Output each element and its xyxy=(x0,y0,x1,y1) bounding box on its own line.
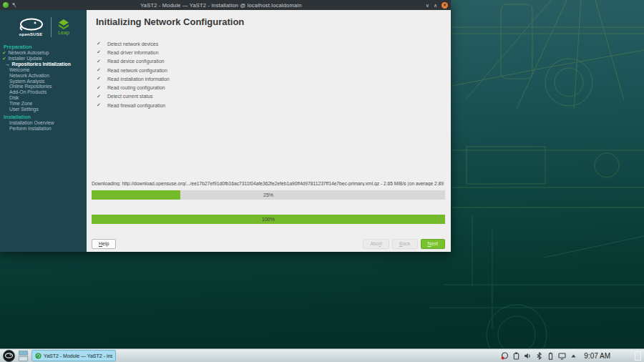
check-icon: ✓ xyxy=(97,85,101,91)
check-icon: ✓ xyxy=(97,67,101,73)
titlebar: YaST2 - Module — YaST2 - installation @ … xyxy=(0,0,451,10)
step-add-on-products: Add-On Products xyxy=(0,89,87,95)
step-network-autosetup: ✔ Network Autosetup xyxy=(0,50,87,56)
step-online-repositories: Online Repositories xyxy=(0,84,87,89)
desktop: YaST2 - Module — YaST2 - installation @ … xyxy=(0,0,644,362)
clock[interactable]: 9:07 AM xyxy=(584,352,610,360)
window-body: openSUSE Leap Preparation ✔ xyxy=(0,10,451,252)
next-button[interactable]: Next xyxy=(421,239,445,249)
progress-percent: 100% xyxy=(92,215,445,224)
installer-steps: Preparation ✔ Network Autosetup ✔ Instal… xyxy=(0,44,87,132)
installer-sidebar: openSUSE Leap Preparation ✔ xyxy=(0,10,87,252)
wizard-button-bar: Help Abort Back Next xyxy=(92,239,445,249)
check-icon: ✓ xyxy=(97,59,101,64)
virtual-desktop-pager[interactable] xyxy=(19,351,28,361)
battery-tray-icon[interactable] xyxy=(547,352,555,360)
minimize-button[interactable]: ∨ xyxy=(426,2,429,9)
step-done-icon: ✔ xyxy=(2,56,6,62)
help-button[interactable]: Help xyxy=(92,239,116,249)
system-tray xyxy=(501,352,577,360)
leap-wordmark: Leap xyxy=(58,30,69,35)
tray-expand-button[interactable] xyxy=(570,352,577,360)
steps-section-preparation: Preparation xyxy=(0,44,87,50)
close-button[interactable]: ✕ xyxy=(441,2,448,9)
yast-app-icon[interactable] xyxy=(3,2,9,8)
step-installation-overview: Installation Overview xyxy=(0,120,87,126)
chameleon-icon xyxy=(16,18,46,34)
yast-window: YaST2 - Module — YaST2 - installation @ … xyxy=(0,0,451,252)
task-button-yast[interactable]: YaST2 - Module — YaST2 - installat... xyxy=(31,350,116,361)
volume-tray-icon[interactable] xyxy=(524,352,532,360)
abort-button[interactable]: Abort xyxy=(363,239,389,249)
step-user-settings: User Settings xyxy=(0,107,87,112)
leap-diamond-icon xyxy=(57,19,71,29)
check-icon: ✓ xyxy=(97,76,101,82)
display-tray-icon[interactable] xyxy=(558,352,566,360)
total-progress-bar: 100% xyxy=(92,215,445,224)
pager-desktop-1[interactable] xyxy=(19,351,28,356)
clipboard-tray-icon[interactable] xyxy=(512,352,520,360)
step-network-activation: Network Activation xyxy=(0,73,87,79)
step-welcome: Welcome xyxy=(0,67,87,73)
wizard-content: Initializing Network Configuration ✓ Det… xyxy=(87,10,451,252)
logo-divider xyxy=(51,17,52,37)
dialog-title: Initializing Network Configuration xyxy=(96,16,451,27)
yast-task-icon xyxy=(35,352,42,360)
steps-section-installation: Installation xyxy=(0,114,87,120)
download-status: Downloading: http://download.opensuse.or… xyxy=(92,181,445,186)
checklist-item: ✓ Read device configuration xyxy=(97,57,451,66)
opensuse-wordmark: openSUSE xyxy=(19,32,42,36)
step-perform-installation: Perform Installation xyxy=(0,126,87,132)
checklist-item: ✓ Read network configuration xyxy=(97,66,451,74)
brand-area: openSUSE Leap xyxy=(0,14,87,40)
maximize-button[interactable]: ∧ xyxy=(434,2,437,9)
bluetooth-tray-icon[interactable] xyxy=(535,352,543,360)
step-installer-update: ✔ Installer Update xyxy=(0,56,87,62)
show-desktop-button[interactable] xyxy=(635,351,641,361)
download-progress-bar: 25% xyxy=(92,190,445,200)
step-current-icon: → xyxy=(5,62,10,67)
taskbar: YaST2 - Module — YaST2 - installat... xyxy=(0,348,644,362)
init-checklist: ✓ Detect network devices ✓ Read driver i… xyxy=(97,39,451,109)
check-icon: ✓ xyxy=(97,102,101,108)
step-repositories-initialization: → Repositories Initialization xyxy=(0,62,87,67)
checklist-item: ✓ Detect network devices xyxy=(97,39,451,48)
opensuse-logo: openSUSE xyxy=(16,18,46,36)
checklist-item: ✓ Read firewall configuration xyxy=(97,101,451,109)
checklist-item: ✓ Read routing configuration xyxy=(97,83,451,92)
leap-logo: Leap xyxy=(57,19,71,35)
checklist-item: ✓ Read driver information xyxy=(97,48,451,57)
progress-percent: 25% xyxy=(92,190,445,200)
pager-desktop-2[interactable] xyxy=(19,356,28,361)
step-time-zone: Time Zone xyxy=(0,101,87,107)
task-button-label: YaST2 - Module — YaST2 - installat... xyxy=(44,353,112,358)
step-system-analysis: System Analysis xyxy=(0,79,87,84)
back-button[interactable]: Back xyxy=(392,239,418,249)
app-menu-button[interactable] xyxy=(3,350,15,362)
updates-tray-icon[interactable] xyxy=(501,352,509,360)
window-title: YaST2 - Module — YaST2 - installation @ … xyxy=(16,2,426,9)
check-icon: ✓ xyxy=(97,41,101,47)
pin-icon[interactable] xyxy=(11,2,16,8)
step-done-icon: ✔ xyxy=(2,50,6,56)
step-disk: Disk xyxy=(0,95,87,101)
checklist-item: ✓ Read installation information xyxy=(97,74,451,83)
check-icon: ✓ xyxy=(97,49,101,55)
check-icon: ✓ xyxy=(97,94,101,99)
checklist-item: ✓ Detect current status xyxy=(97,92,451,101)
